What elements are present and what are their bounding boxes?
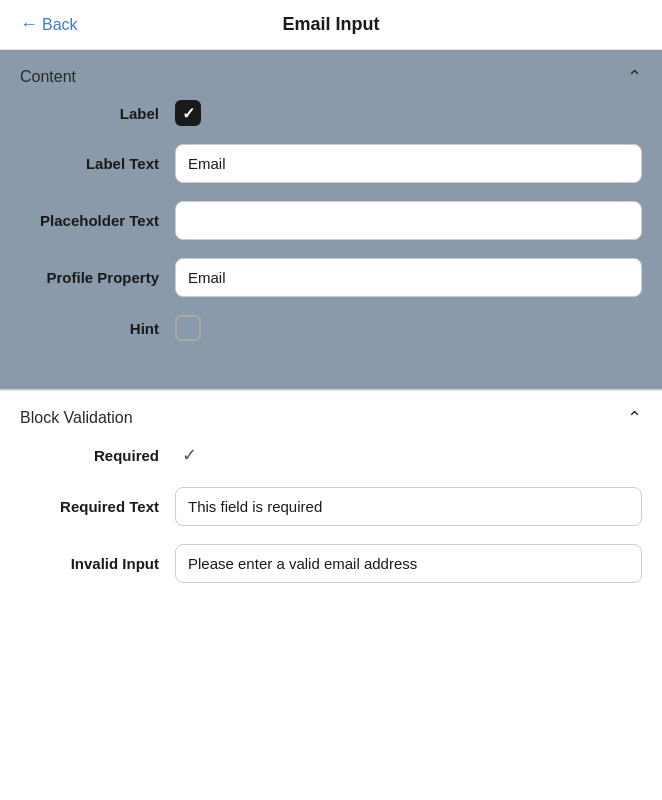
label-text-label: Label Text: [20, 155, 175, 172]
required-text-row: Required Text: [20, 487, 642, 526]
page-title: Email Input: [282, 14, 379, 35]
back-label: Back: [42, 16, 78, 34]
top-bar: ← Back Email Input: [0, 0, 662, 50]
label-text-input[interactable]: [175, 144, 642, 183]
required-field-label: Required: [20, 447, 175, 464]
back-button[interactable]: ← Back: [20, 14, 78, 35]
label-field-label: Label: [20, 105, 175, 122]
invalid-input-label: Invalid Input: [20, 555, 175, 572]
placeholder-text-label: Placeholder Text: [20, 212, 175, 229]
validation-section: Block Validation ⌃ Required ✓ Required T…: [0, 390, 662, 631]
label-checkbox-container: [175, 100, 207, 126]
content-chevron-icon[interactable]: ⌃: [627, 66, 642, 88]
invalid-input-row: Invalid Input: [20, 544, 642, 583]
required-row: Required ✓: [20, 441, 642, 469]
label-text-row: Label Text: [20, 144, 642, 183]
validation-section-title: Block Validation: [20, 409, 133, 427]
hint-field-label: Hint: [20, 320, 175, 337]
hint-checkbox[interactable]: [175, 315, 201, 341]
required-text-input[interactable]: [175, 487, 642, 526]
validation-chevron-icon[interactable]: ⌃: [627, 407, 642, 429]
content-section-title: Content: [20, 68, 76, 86]
placeholder-text-row: Placeholder Text: [20, 201, 642, 240]
profile-property-input[interactable]: [175, 258, 642, 297]
required-checkmark[interactable]: ✓: [175, 441, 203, 469]
validation-section-header: Block Validation ⌃: [20, 391, 642, 441]
profile-property-label: Profile Property: [20, 269, 175, 286]
invalid-input-input[interactable]: [175, 544, 642, 583]
hint-checkbox-container: [175, 315, 207, 341]
profile-property-row: Profile Property: [20, 258, 642, 297]
back-arrow-icon: ←: [20, 14, 38, 35]
content-section: Content ⌃ Label Label Text Placeholder T…: [0, 50, 662, 389]
content-section-header: Content ⌃: [20, 50, 642, 100]
required-text-label: Required Text: [20, 498, 175, 515]
hint-row: Hint: [20, 315, 642, 341]
placeholder-text-input[interactable]: [175, 201, 642, 240]
label-row: Label: [20, 100, 642, 126]
label-checkbox[interactable]: [175, 100, 201, 126]
